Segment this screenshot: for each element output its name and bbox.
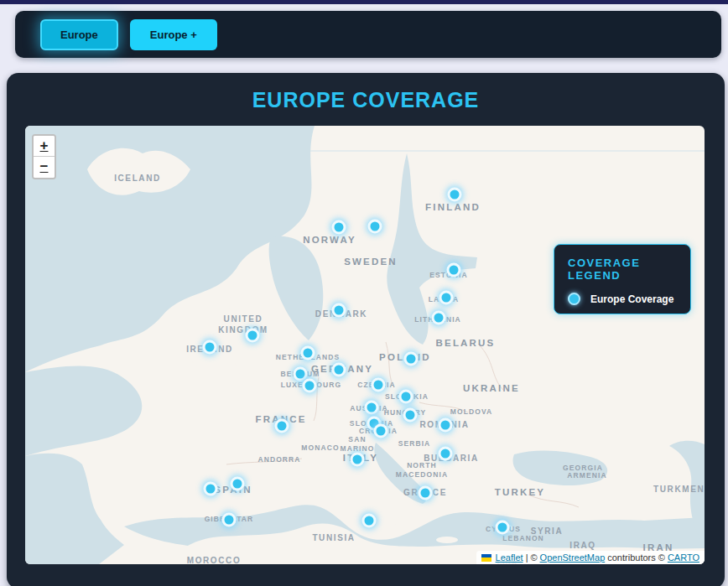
basemap — [25, 126, 705, 564]
marker-hungary[interactable] — [403, 408, 418, 423]
map-attribution: Leaflet | © OpenStreetMap contributors ©… — [476, 551, 705, 564]
marker-cyprus[interactable] — [496, 521, 510, 535]
marker-denmark[interactable] — [332, 303, 346, 318]
marker-germany[interactable] — [332, 363, 346, 377]
window-top-strip — [0, 0, 728, 4]
marker-luxembourg[interactable] — [303, 379, 317, 393]
zoom-in-button[interactable]: + — [34, 136, 55, 157]
marker-estonia[interactable] — [447, 263, 461, 277]
marker-united-kingdom[interactable] — [246, 329, 260, 343]
leaflet-link[interactable]: Leaflet — [496, 552, 523, 563]
marker-malta[interactable] — [362, 514, 377, 528]
marker-lithuania[interactable] — [432, 311, 446, 325]
marker-romania[interactable] — [439, 418, 453, 433]
openstreetmap-link[interactable]: OpenStreetMap — [540, 552, 606, 563]
map-zoom-control: + − — [32, 134, 56, 179]
carto-link[interactable]: CARTO — [668, 552, 699, 563]
marker-poland[interactable] — [404, 352, 419, 366]
attribution-middle: contributors © — [607, 552, 665, 563]
coverage-legend: COVERAGE LEGEND Europe Coverage — [554, 244, 691, 314]
marker-slovakia[interactable] — [399, 390, 413, 404]
osm-copyright: © — [530, 552, 537, 563]
marker-czechia[interactable] — [372, 378, 386, 392]
coverage-panel: EUROPE COVERAGE — [7, 73, 725, 586]
marker-finland[interactable] — [448, 188, 462, 202]
marker-italy[interactable] — [351, 453, 365, 467]
coverage-marker-icon — [568, 293, 580, 305]
marker-netherlands[interactable] — [301, 346, 315, 360]
legend-item: Europe Coverage — [568, 293, 690, 305]
marker-gibraltar[interactable] — [222, 513, 237, 527]
tab-europe[interactable]: Europe — [40, 19, 118, 50]
attribution-separator: | — [526, 552, 528, 563]
ukraine-flag-icon — [481, 554, 491, 562]
marker-bulgaria[interactable] — [439, 447, 453, 461]
legend-item-label: Europe Coverage — [590, 293, 673, 305]
tab-bar: Europe Europe + — [15, 11, 721, 58]
marker-norway[interactable] — [332, 220, 346, 235]
legend-title: COVERAGE LEGEND — [568, 257, 690, 282]
marker-france[interactable] — [275, 419, 289, 433]
marker-croatia[interactable] — [374, 424, 388, 438]
marker-ireland[interactable] — [203, 340, 217, 355]
map-canvas[interactable]: + − COVERAGE LEGEND Europe Coverage Leaf… — [25, 126, 705, 564]
tab-europe-plus[interactable]: Europe + — [130, 19, 217, 50]
page-title: EUROPE COVERAGE — [7, 73, 725, 124]
marker-sweden[interactable] — [368, 220, 382, 234]
zoom-out-button[interactable]: − — [34, 157, 55, 178]
marker-austria[interactable] — [365, 401, 379, 415]
marker-latvia[interactable] — [439, 291, 454, 305]
marker-portugal[interactable] — [204, 482, 218, 496]
marker-greece[interactable] — [419, 486, 433, 500]
marker-spain[interactable] — [231, 477, 245, 491]
